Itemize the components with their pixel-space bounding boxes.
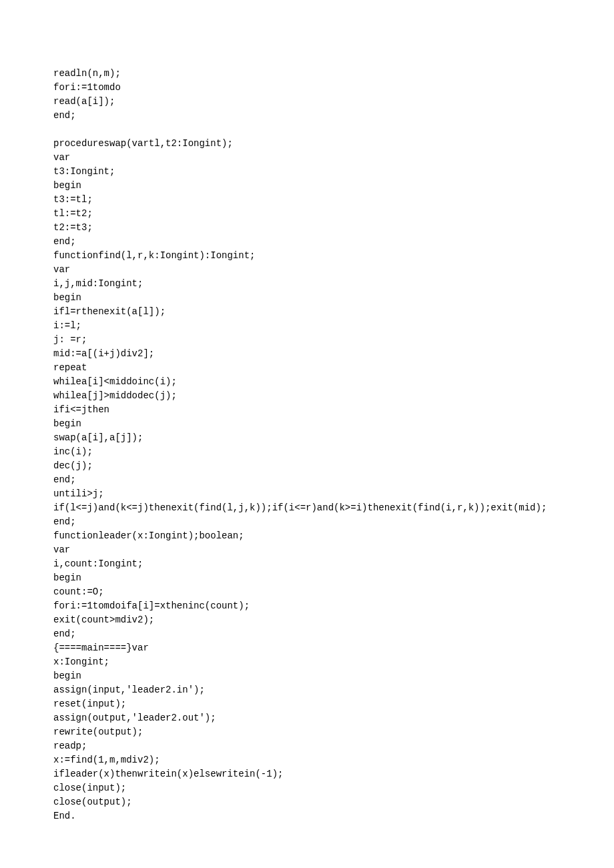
code-line: whilea[i]<middoinc(i); [53,375,561,389]
code-line: tl:=t2; [53,207,561,221]
code-line: readp; [53,739,561,753]
code-line: begin [53,179,561,193]
code-line: close(output); [53,795,561,809]
code-line: var [53,543,561,557]
code-line: i:=l; [53,319,561,333]
code-line: i,j,mid:Iongint; [53,277,561,291]
code-line: ifi<=jthen [53,403,561,417]
code-line: whilea[j]>middodec(j); [53,389,561,403]
code-line: readln(n,m); [53,67,561,81]
code-line: ifl=rthenexit(a[l]); [53,305,561,319]
code-line: fori:=1tomdo [53,81,561,95]
code-line: untili>j; [53,487,561,501]
code-line: read(a[i]); [53,95,561,109]
code-line: begin [53,417,561,431]
code-line: ifleader(x)thenwritein(x)elsewritein(-1)… [53,767,561,781]
code-line: End. [53,809,561,823]
code-line: assign(input,'leader2.in'); [53,683,561,697]
code-line: repeat [53,361,561,375]
code-line: if(l<=j)and(k<=j)thenexit(find(l,j,k));i… [53,501,561,515]
code-line: reset(input); [53,697,561,711]
code-line: exit(count>mdiv2); [53,613,561,627]
code-line: count:=O; [53,585,561,599]
code-line: end; [53,109,561,123]
code-line: functionleader(x:Iongint);boolean; [53,529,561,543]
code-line: assign(output,'leader2.out'); [53,711,561,725]
code-line [53,123,561,137]
code-document: readln(n,m);fori:=1tomdoread(a[i]);end; … [53,67,561,823]
code-line: inc(i); [53,445,561,459]
code-line: t3:=tl; [53,193,561,207]
code-line: swap(a[i],a[j]); [53,431,561,445]
code-line: dec(j); [53,459,561,473]
code-line: i,count:Iongint; [53,557,561,571]
code-line: x:=find(1,m,mdiv2); [53,753,561,767]
code-line: t2:=t3; [53,221,561,235]
code-line: end; [53,515,561,529]
code-line: {====main====}var [53,641,561,655]
code-line: fori:=1tomdoifa[i]=xtheninc(count); [53,599,561,613]
code-line: close(input); [53,781,561,795]
code-line: mid:=a[(i+j)div2]; [53,347,561,361]
code-line: j: =r; [53,333,561,347]
code-line: end; [53,473,561,487]
code-line: rewrite(output); [53,725,561,739]
code-line: t3:Iongint; [53,165,561,179]
code-line: procedureswap(vartl,t2:Iongint); [53,137,561,151]
code-line: begin [53,571,561,585]
code-line: functionfind(l,r,k:Iongint):Iongint; [53,249,561,263]
code-line: begin [53,291,561,305]
code-line: end; [53,627,561,641]
code-line: begin [53,669,561,683]
code-line: var [53,263,561,277]
code-line: var [53,151,561,165]
code-line: x:Iongint; [53,655,561,669]
code-line: end; [53,235,561,249]
